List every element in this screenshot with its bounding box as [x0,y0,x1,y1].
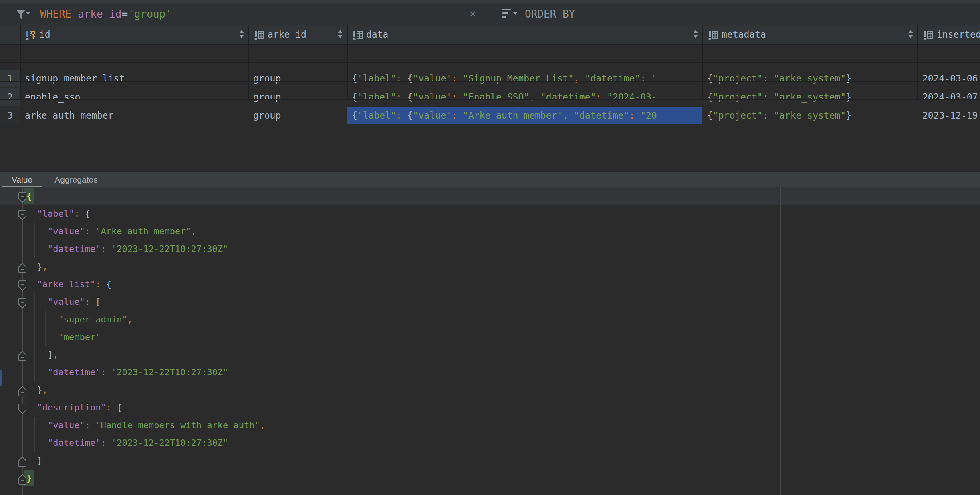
fold-start-icon[interactable] [18,279,27,290]
cell-metadata[interactable]: {"project": "arke_system"} [702,107,917,124]
cell-metadata[interactable]: {"project": "arke_system"} [702,70,917,87]
json-line[interactable]: "value": [ [0,293,980,311]
cell-inserted-at[interactable]: 2024-03-06 [917,70,980,87]
token-o: : [640,73,651,84]
json-line[interactable]: "label": { [0,205,980,223]
json-line[interactable]: }, [0,381,980,399]
column-header-arke_id[interactable]: arke_id [248,25,347,44]
where-value: 'group' [128,8,172,20]
token-s: "arke_system" [774,73,846,84]
cell-metadata[interactable]: {"project": "arke_system"} [702,88,917,106]
sort-arrows-icon[interactable] [239,30,244,39]
token-key: "datetime" [48,438,101,448]
sort-lines-icon[interactable] [502,8,519,22]
column-header-id[interactable]: id [20,25,248,44]
column-header-label: data [366,25,388,44]
table-row: 1signup_member_listgroup{"label": {"valu… [0,70,980,87]
fold-start-icon[interactable] [18,209,27,219]
where-filter-input[interactable]: WHERE arke_id='group' [40,3,172,25]
fold-end-icon[interactable] [18,385,27,395]
token-s: "Arke auth member" [463,110,563,121]
token-key: "arke_list" [37,279,96,289]
row-divider [0,62,980,63]
token-p: [ [95,297,101,307]
column-header-label: id [39,25,50,44]
cell-data[interactable]: {"label": {"value": "Signup Member List"… [347,70,702,87]
json-line[interactable]: } [0,469,980,487]
json-line[interactable]: "datetime": "2023-12-22T10:27:30Z" [0,240,980,258]
result-grid: idarke_iddatametadatainserted_at 1signup… [0,25,980,171]
sort-arrows-icon[interactable] [337,30,343,39]
cell-inserted-at[interactable]: 2024-03-07 [917,88,980,106]
json-lines: { "label": { "value": "Arke auth member"… [0,187,980,487]
json-line[interactable]: "member" [0,328,980,346]
token-p: { [352,110,357,121]
cell-id[interactable]: signup_member_list [20,70,248,87]
where-keyword: WHERE [40,8,71,20]
fold-end-icon[interactable] [18,455,27,466]
fold-start-icon[interactable] [18,402,27,413]
order-by-input[interactable]: ORDER BY [525,3,575,25]
cell-data[interactable]: {"label": {"value": "Arke auth member", … [347,107,702,124]
token-p: ] [48,350,53,360]
fold-end-icon[interactable] [18,473,27,483]
token-op: : [101,367,106,377]
selection-stripe [0,370,2,386]
json-line[interactable]: "value": "Arke auth member", [0,223,980,240]
fold-start-icon[interactable] [18,191,27,201]
token-sp [26,209,37,219]
filter-divider [494,5,494,24]
fold-end-icon[interactable] [18,262,27,272]
value-editor[interactable]: { "label": { "value": "Arke auth member"… [0,187,980,495]
filter-clear-icon[interactable]: ✕ [465,3,481,25]
json-line[interactable]: "arke_list": { [0,276,980,293]
cell-arke-id[interactable]: group [248,107,347,124]
sort-arrows-icon[interactable] [693,30,698,39]
top-strip [0,0,980,3]
tab-label: Value [12,175,32,184]
tab-value[interactable]: Value [0,172,44,187]
row-number: 1 [0,70,20,87]
cell-data[interactable]: {"label": {"value": "Enable SSO", "datet… [347,88,702,106]
where-field: arke_id [78,8,122,20]
json-line[interactable]: "description": { [0,399,980,417]
row-divider [0,44,980,45]
token-str: "2023-12-22T10:27:30Z" [111,367,228,377]
json-line[interactable]: } [0,452,980,469]
cell-id[interactable]: enable_sso [20,88,248,106]
fold-start-icon[interactable] [18,297,27,307]
json-line[interactable]: ], [0,346,980,364]
json-line[interactable]: { [0,187,980,205]
tab-aggregates[interactable]: Aggregates [44,172,108,187]
json-line[interactable]: "datetime": "2023-12-22T10:27:30Z" [0,434,980,452]
token-sp [26,314,58,324]
token-s: "label" [357,110,396,121]
json-line[interactable]: "datetime": "2023-12-22T10:27:30Z" [0,364,980,381]
token-s: "project" [713,110,763,121]
cell-arke-id[interactable]: group [248,70,347,87]
token-op: , [53,350,58,360]
token-p: { [106,279,111,289]
cell-arke-id[interactable]: group [248,88,347,106]
column-header-metadata[interactable]: metadata [702,25,917,44]
token-key: "label" [37,209,75,219]
column-header-rownum[interactable] [0,25,20,44]
column-header-inserted_at[interactable]: inserted_at [917,25,980,44]
token-sp [101,279,106,289]
table-row: 3arke_auth_membergroup{"label": {"value"… [0,107,980,124]
funnel-icon[interactable] [14,7,30,24]
cell-id[interactable]: arke_auth_member [20,107,248,124]
json-line[interactable]: }, [0,258,980,276]
value-panel-tabbar: ValueAggregates { }⚙✕ [0,171,980,188]
token-p: { [117,402,122,412]
fold-end-icon[interactable] [18,350,27,360]
cell-inserted-at[interactable]: 2023-12-19 [917,107,980,124]
token-p: } [37,455,42,465]
table-row: 2enable_ssogroup{"label": {"value": "Ena… [0,88,980,106]
indent-guide [34,293,35,381]
json-line[interactable]: "super_admin", [0,311,980,328]
column-header-label: metadata [722,25,766,44]
json-line[interactable]: "value": "Handle members with arke_auth"… [0,417,980,434]
column-header-data[interactable]: data [347,25,702,44]
sort-arrows-icon[interactable] [908,30,913,39]
